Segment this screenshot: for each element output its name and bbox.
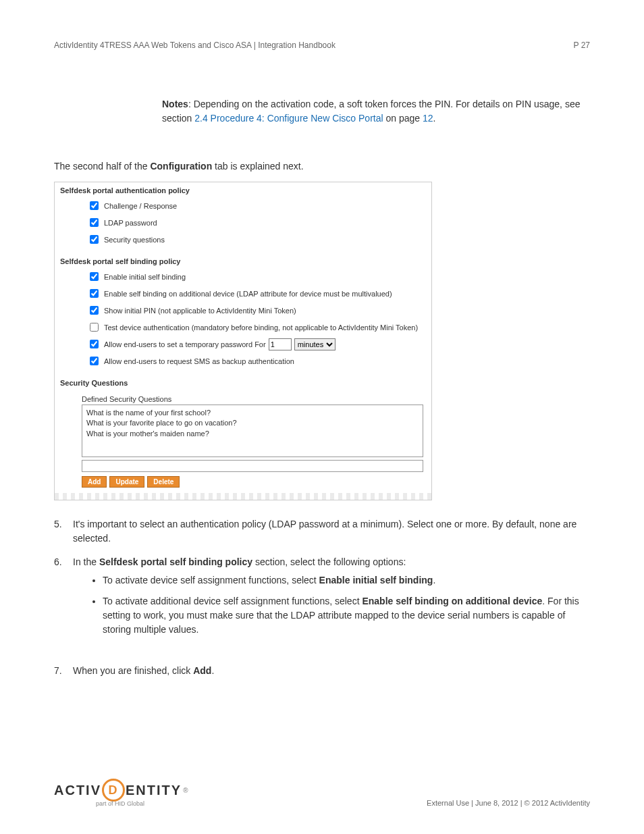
footer-right-text: External Use | June 8, 2012 | © 2012 Act… [427,799,590,807]
checkbox-row-enable-initial: Enable initial self binding [82,268,431,285]
notes-tail: on page [383,113,423,124]
step-5-number: 5. [54,517,73,546]
header-page-number: P 27 [574,41,590,50]
logo-registered-icon: ® [183,787,189,794]
checkbox-test-device[interactable] [90,323,99,332]
step-5: 5. It's important to select an authentic… [54,517,590,546]
label-challenge: Challenge / Response [104,202,177,210]
input-temp-value[interactable] [269,338,292,350]
checkbox-row-challenge: Challenge / Response [82,197,431,214]
add-button[interactable]: Add [82,476,107,488]
config-screenshot: Selfdesk portal authentication policy Ch… [54,182,432,500]
logo: ACTIVDENTITY® part of HID Global [54,779,190,807]
checkbox-temp-password[interactable] [90,340,99,348]
checkbox-row-temp-password: Allow end-users to set a temporary passw… [82,336,431,353]
question-input[interactable] [82,460,423,472]
notes-link[interactable]: 2.4 Procedure 4: Configure New Cisco Por… [194,113,383,124]
label-enable-initial: Enable initial self binding [104,273,186,281]
page-footer: ACTIVDENTITY® part of HID Global Externa… [54,779,590,807]
step-6-bullet-2: To activate additional device self assig… [103,594,590,637]
checkbox-row-show-pin: Show initial PIN (not applicable to Acti… [82,302,431,319]
label-allow-sms: Allow end-users to request SMS as backup… [104,357,294,365]
notes-period: . [433,113,436,124]
checkbox-row-security-q: Security questions [82,231,431,248]
step-7-number: 7. [54,664,73,678]
step-7: 7. When you are finished, click Add. [54,664,590,678]
torn-edge-decoration [55,493,431,500]
page-header: ActivIdentity 4TRESS AAA Web Tokens and … [54,41,590,50]
label-ldap: LDAP password [104,219,157,227]
label-show-pin: Show initial PIN (not applicable to Acti… [104,307,296,315]
step-6-number: 6. [54,555,73,644]
steps-list: 5. It's important to select an authentic… [54,517,590,678]
checkbox-row-allow-sms: Allow end-users to request SMS as backup… [82,353,431,369]
notes-label: Notes [162,99,188,109]
checkbox-enable-initial[interactable] [90,272,99,281]
security-questions-heading: Security Questions [55,375,431,390]
question-1: What is the name of your first school? [86,408,419,418]
question-3: What is your mother's maiden name? [86,429,419,439]
update-button[interactable]: Update [109,476,144,488]
logo-d-icon: D [102,779,125,802]
notes-block: Notes: Depending on the activation code,… [162,97,590,126]
checkbox-row-enable-additional: Enable self binding on additional device… [82,285,431,302]
label-security-q: Security questions [104,236,165,244]
checkbox-row-ldap: LDAP password [82,214,431,231]
intro-text: The second half of the Configuration tab… [54,159,590,174]
binding-policy-heading: Selfdesk portal self binding policy [55,253,431,268]
questions-listbox[interactable]: What is the name of your first school? W… [82,405,423,457]
step-6-bullet-1: To activate device self assignment funct… [103,573,590,588]
step-6: 6. In the Selfdesk portal self binding p… [54,555,590,644]
label-temp-password-pre: Allow end-users to set a temporary passw… [104,340,266,348]
notes-page-ref[interactable]: 12 [423,113,433,124]
defined-questions-label: Defined Security Questions [55,390,431,405]
delete-button[interactable]: Delete [147,476,180,488]
checkbox-row-test-device: Test device authentication (mandatory be… [82,319,431,336]
logo-right: ENTITY [126,783,182,798]
header-title: ActivIdentity 4TRESS AAA Web Tokens and … [54,41,336,50]
auth-policy-heading: Selfdesk portal authentication policy [55,182,431,197]
checkbox-show-pin[interactable] [90,306,99,315]
label-enable-additional: Enable self binding on additional device… [104,290,392,298]
label-test-device: Test device authentication (mandatory be… [104,323,418,332]
checkbox-ldap[interactable] [90,218,99,227]
checkbox-allow-sms[interactable] [90,357,99,365]
logo-left: ACTIV [54,783,101,798]
logo-subtitle: part of HID Global [96,800,144,807]
question-2: What is your favorite place to go on vac… [86,418,419,428]
select-temp-unit[interactable]: minutes [294,338,336,350]
checkbox-challenge[interactable] [90,201,99,210]
step-5-text: It's important to select an authenticati… [73,517,590,546]
checkbox-enable-additional[interactable] [90,289,99,298]
checkbox-security-q[interactable] [90,235,99,244]
step-6-bullets: To activate device self assignment funct… [103,573,590,637]
